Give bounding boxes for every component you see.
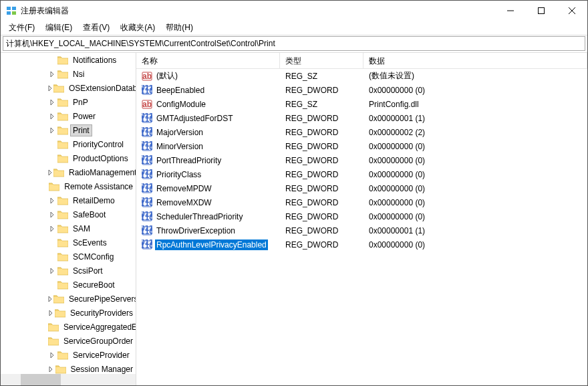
tree-item[interactable]: ServiceAggregatedEvents	[1, 320, 136, 334]
value-row[interactable]: 011110BeepEnabledREG_DWORD0x00000000 (0)	[136, 83, 587, 97]
folder-icon	[57, 224, 68, 233]
value-row[interactable]: 011110PortThreadPriorityREG_DWORD0x00000…	[136, 153, 587, 167]
tree-expander-icon[interactable]	[47, 86, 53, 91]
value-name: (默认)	[155, 70, 179, 82]
binary-value-icon: 011110	[142, 197, 152, 208]
tree-pane[interactable]: NotificationsNsiOSExtensionDatabasePnPPo…	[1, 53, 136, 385]
tree-item[interactable]: SecurePipeServers	[1, 292, 136, 306]
tree-expander-icon[interactable]	[47, 310, 54, 316]
binary-value-icon: 011110	[142, 239, 152, 250]
menu-view[interactable]: 查看(V)	[78, 21, 115, 35]
value-row[interactable]: 011110RemoveMXDWREG_DWORD0x00000000 (0)	[136, 195, 587, 209]
tree-item[interactable]: SecureBoot	[1, 278, 136, 292]
tree-item-label: Notifications	[70, 54, 119, 66]
value-row[interactable]: ab(默认)REG_SZ(数值未设置)	[136, 69, 587, 83]
tree-expander-icon[interactable]	[47, 100, 57, 105]
scrollbar-thumb[interactable]	[21, 374, 61, 385]
tree-item[interactable]: ServiceGroupOrder	[1, 334, 136, 348]
window-title: 注册表编辑器	[21, 5, 495, 17]
svg-text:110: 110	[142, 157, 152, 166]
menu-favorites[interactable]: 收藏夹(A)	[115, 21, 160, 35]
value-type: REG_DWORD	[280, 86, 363, 95]
folder-icon	[57, 98, 68, 107]
column-header-data[interactable]: 数据	[363, 53, 587, 68]
tree-item[interactable]: ScEvents	[1, 235, 136, 250]
menubar: 文件(F) 编辑(E) 查看(V) 收藏夹(A) 帮助(H)	[1, 21, 587, 35]
column-header-name[interactable]: 名称	[136, 53, 280, 68]
tree-expander-icon[interactable]	[47, 170, 53, 175]
menu-file[interactable]: 文件(F)	[3, 21, 40, 35]
value-row[interactable]: 011110GMTAdjustedForDSTREG_DWORD0x000000…	[136, 111, 587, 125]
menu-help[interactable]: 帮助(H)	[160, 21, 198, 35]
address-bar[interactable]: 计算机\HKEY_LOCAL_MACHINE\SYSTEM\CurrentCon…	[3, 36, 585, 51]
tree-item[interactable]: RadioManagement	[1, 165, 136, 179]
values-pane[interactable]: 名称 类型 数据 ab(默认)REG_SZ(数值未设置)011110BeepEn…	[136, 53, 587, 385]
menu-edit[interactable]: 编辑(E)	[40, 21, 78, 35]
tree-item[interactable]: Print	[1, 123, 136, 137]
close-button[interactable]	[557, 1, 587, 21]
titlebar[interactable]: 注册表编辑器	[1, 1, 587, 21]
tree-item[interactable]: ServiceProvider	[1, 348, 136, 362]
value-row[interactable]: 011110ThrowDriverExceptionREG_DWORD0x000…	[136, 223, 587, 237]
folder-icon	[48, 336, 59, 346]
tree-item[interactable]: Notifications	[1, 53, 136, 67]
tree-item-label: SecurityProviders	[67, 307, 136, 319]
tree-item[interactable]: Remote Assistance	[1, 179, 136, 193]
tree-item-label: OSExtensionDatabase	[66, 82, 136, 94]
folder-icon	[57, 351, 68, 360]
binary-value-icon: 011110	[142, 127, 152, 138]
tree-expander-icon[interactable]	[47, 268, 57, 274]
tree-item[interactable]: SecurityProviders	[1, 306, 136, 320]
tree-item[interactable]: Nsi	[1, 67, 136, 81]
svg-text:110: 110	[142, 128, 152, 138]
tree-item[interactable]: RetailDemo	[1, 193, 136, 207]
value-data: 0x00000000 (0)	[363, 240, 587, 250]
value-row[interactable]: 011110PriorityClassREG_DWORD0x00000000 (…	[136, 167, 587, 181]
tree-item[interactable]: SCMConfig	[1, 250, 136, 264]
value-name: RemoveMPDW	[155, 183, 213, 194]
tree-expander-icon[interactable]	[47, 367, 55, 372]
folder-icon	[57, 140, 68, 149]
tree-item-label: SecureBoot	[70, 279, 118, 291]
tree-item[interactable]: ScsiPort	[1, 264, 136, 278]
values-header: 名称 类型 数据	[136, 53, 587, 69]
column-header-type[interactable]: 类型	[280, 53, 363, 68]
tree-item[interactable]: OSExtensionDatabase	[1, 81, 136, 95]
tree-expander-icon[interactable]	[47, 296, 53, 302]
folder-icon	[57, 266, 68, 276]
tree-expander-icon[interactable]	[47, 353, 57, 358]
tree-item-label: Power	[70, 110, 98, 122]
folder-icon	[55, 308, 65, 318]
tree-expander-icon[interactable]	[47, 212, 57, 217]
tree-item[interactable]: ProductOptions	[1, 151, 136, 165]
folder-icon	[57, 238, 68, 248]
tree-item[interactable]: Session Manager	[1, 362, 136, 374]
folder-icon	[53, 168, 64, 177]
svg-rect-3	[12, 11, 16, 15]
value-row[interactable]: 011110MajorVersionREG_DWORD0x00000002 (2…	[136, 125, 587, 139]
tree-item[interactable]: PnP	[1, 95, 136, 109]
main-panel: NotificationsNsiOSExtensionDatabasePnPPo…	[1, 52, 587, 385]
tree-item[interactable]: SafeBoot	[1, 207, 136, 221]
tree-expander-icon[interactable]	[47, 198, 57, 203]
maximize-button[interactable]	[526, 1, 557, 21]
minimize-button[interactable]	[495, 1, 526, 21]
tree-expander-icon[interactable]	[47, 72, 57, 77]
string-value-icon: ab	[142, 71, 152, 82]
value-row[interactable]: abConfigModuleREG_SZPrintConfig.dll	[136, 97, 587, 111]
tree-expander-icon[interactable]	[47, 226, 57, 231]
tree-expander-icon[interactable]	[47, 114, 57, 119]
value-data: 0x00000000 (0)	[363, 156, 587, 165]
tree-expander-icon[interactable]	[47, 128, 57, 133]
value-row[interactable]: 011110RpcAuthnLevelPrivacyEnabledREG_DWO…	[136, 237, 587, 252]
tree-horizontal-scrollbar[interactable]	[1, 374, 136, 385]
svg-text:110: 110	[142, 185, 152, 194]
tree-item[interactable]: SAM	[1, 221, 136, 235]
tree-item[interactable]: PriorityControl	[1, 137, 136, 151]
folder-icon	[57, 154, 68, 163]
value-row[interactable]: 011110MinorVersionREG_DWORD0x00000000 (0…	[136, 139, 587, 153]
tree-item[interactable]: Power	[1, 109, 136, 123]
value-row[interactable]: 011110SchedulerThreadPriorityREG_DWORD0x…	[136, 209, 587, 223]
value-row[interactable]: 011110RemoveMPDWREG_DWORD0x00000000 (0)	[136, 181, 587, 195]
value-data: 0x00000001 (1)	[363, 114, 587, 123]
